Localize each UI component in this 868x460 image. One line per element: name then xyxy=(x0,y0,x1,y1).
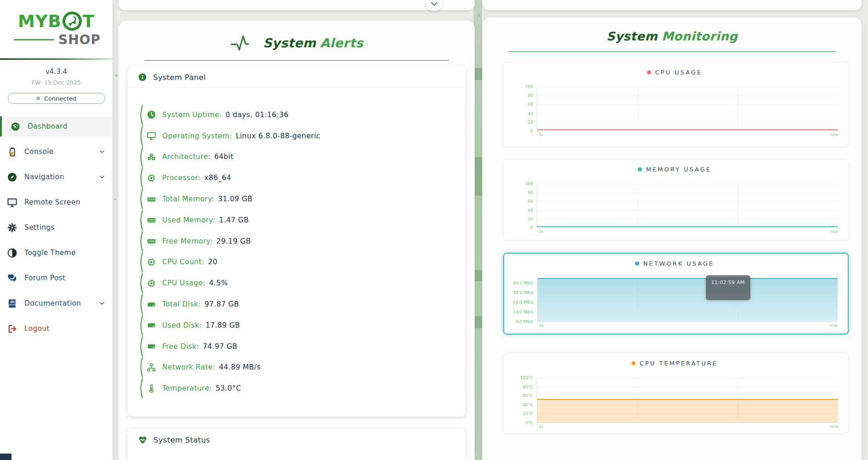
system-status-title: System Status xyxy=(153,436,210,444)
monitoring-column: SystemMonitoring CPU USAGE 100 80 60 40 … xyxy=(482,0,862,460)
sidebar-item-logout[interactable]: Logout xyxy=(0,318,113,339)
ram-icon xyxy=(147,215,156,225)
info-label: Network Rate: xyxy=(162,363,216,371)
sidebar-item-label: Toggle Theme xyxy=(24,249,76,257)
system-info-row: Used Memory: 1.47 GB xyxy=(138,210,465,231)
chart-area: 40.0 MB/s 30.0 MB/s 20.0 MB/s 10.0 MB/s … xyxy=(509,278,840,322)
sidebar-item-toggle-theme[interactable]: Toggle Theme xyxy=(0,243,113,263)
chevron-down-icon[interactable] xyxy=(99,300,105,307)
logout-icon xyxy=(7,324,17,334)
title-secondary: Alerts xyxy=(320,36,363,50)
sidebar-item-dashboard[interactable]: Dashboard xyxy=(0,116,113,136)
network-usage-series xyxy=(538,278,838,322)
sidebar-item-console[interactable]: Console xyxy=(0,142,113,162)
sidebar: MYB T SHOP v4.3.4 FW: 15 Dec 2025 Connec… xyxy=(0,0,113,460)
info-value: 1.47 GB xyxy=(219,216,249,224)
y-tick: 40.0 MB/s xyxy=(513,281,533,285)
system-info-row: Processor: x86_64 xyxy=(138,167,465,188)
y-axis: 100°C 80°C 60°C 40°C 20°C 0°C xyxy=(508,378,537,423)
sidebar-item-documentation[interactable]: Documentation xyxy=(0,293,113,313)
y-tick: 30.0 MB/s xyxy=(513,290,533,295)
monitor-icon xyxy=(7,197,17,208)
system-info-row: Operating System: Linux 6.8.0-88-generic xyxy=(138,125,465,147)
contrast-icon xyxy=(7,248,17,258)
sidebar-item-label: Forum Post xyxy=(24,274,66,282)
sidebar-item-label: Settings xyxy=(24,223,55,232)
y-tick: 0 xyxy=(530,129,533,133)
info-label: Operating System: xyxy=(162,132,232,140)
system-info-row: Temperature: 53.0°C xyxy=(138,378,465,399)
title-underline xyxy=(508,51,836,52)
chevron-down-icon[interactable] xyxy=(99,174,105,180)
map-texture xyxy=(474,68,482,80)
map-texture xyxy=(474,270,482,281)
y-tick: 80 xyxy=(528,190,533,195)
compass-icon xyxy=(7,172,17,182)
y-axis: 100 80 60 40 20 0 xyxy=(508,184,537,228)
system-status-header: System Status xyxy=(128,429,465,450)
y-tick: 60 xyxy=(528,199,533,204)
chart-area: 100°C 80°C 60°C 40°C 20°C 0°C -3s xyxy=(508,378,841,423)
info-label: Architecture: xyxy=(162,153,210,161)
y-tick: 0 xyxy=(530,226,533,230)
chart-network-usage[interactable]: NETWORK USAGE 40.0 MB/s 30.0 MB/s 20.0 M… xyxy=(503,253,849,335)
chart-area: 100 80 60 40 20 0 -3s now xyxy=(508,87,841,131)
system-info-list: System Uptime: 0 days, 01:16:36 Operatin… xyxy=(128,88,465,399)
logo-underline xyxy=(14,39,54,40)
app-version: v4.3.4 xyxy=(0,68,113,76)
y-tick: 10.0 MB/s xyxy=(513,310,533,314)
info-value: 53.0°C xyxy=(216,384,241,392)
ram-icon xyxy=(147,194,156,204)
collapsed-top-card xyxy=(119,0,475,10)
x-tick: -3s xyxy=(537,424,543,429)
collapse-toggle-button[interactable] xyxy=(425,0,443,11)
sidebar-item-remote-screen[interactable]: Remote Screen xyxy=(0,192,113,212)
title-primary: System xyxy=(263,36,316,50)
mybotshop-dashboard: MYB T SHOP v4.3.4 FW: 15 Dec 2025 Connec… xyxy=(0,0,868,460)
plot-region: -3s now xyxy=(537,378,838,423)
title-underline xyxy=(144,60,449,61)
info-value: 4.5% xyxy=(209,279,228,287)
info-label: CPU Usage: xyxy=(162,279,205,287)
disk-icon xyxy=(147,320,156,330)
system-panel-card: System Panel System Uptime: 0 days, 01:1… xyxy=(128,66,465,416)
info-value: Linux 6.8.0-88-generic xyxy=(236,132,320,140)
sidebar-item-settings[interactable]: Settings xyxy=(0,217,113,238)
chart-title: MEMORY USAGE xyxy=(646,166,711,173)
system-info-row: CPU Count: 20 xyxy=(138,252,465,273)
brand-logo[interactable]: MYB T SHOP xyxy=(0,0,113,47)
y-axis: 100 80 60 40 20 0 xyxy=(508,87,537,131)
info-value: 31.09 GB xyxy=(218,195,252,203)
book-icon xyxy=(7,298,17,309)
chart-legend: MEMORY USAGE xyxy=(508,166,841,173)
chart-title: NETWORK USAGE xyxy=(643,260,715,267)
system-status-card: System Status xyxy=(128,429,465,460)
system-info-row: Architecture: 64bit xyxy=(138,147,465,168)
chart-cpu-temperature[interactable]: CPU TEMPERATURE 100°C 80°C 60°C 40°C 20°… xyxy=(503,353,849,433)
system-info-row: System Uptime: 0 days, 01:16:36 xyxy=(138,104,465,125)
system-monitoring-title: SystemMonitoring xyxy=(482,17,862,43)
info-value: 97.87 GB xyxy=(204,300,239,308)
chevron-down-icon[interactable] xyxy=(99,148,105,155)
gauge-icon xyxy=(10,121,21,132)
chart-memory-usage[interactable]: MEMORY USAGE 100 80 60 40 20 0 xyxy=(503,159,849,240)
x-axis-labels: -3s now xyxy=(537,424,838,429)
chart-cpu-usage[interactable]: CPU USAGE 100 80 60 40 20 0 xyxy=(503,62,849,147)
system-monitoring-panel: SystemMonitoring CPU USAGE 100 80 60 40 … xyxy=(482,17,862,460)
bracket-decoration xyxy=(138,188,143,210)
system-panel-title: System Panel xyxy=(153,73,206,82)
sidebar-divider xyxy=(0,58,113,60)
info-value: 0 days, 01:16:36 xyxy=(226,111,289,119)
system-alerts-title: SystemAlerts xyxy=(119,21,475,53)
monitor-icon xyxy=(147,131,156,141)
sidebar-item-forum-post[interactable]: Forum Post xyxy=(0,268,113,288)
sidebar-item-navigation[interactable]: Navigation xyxy=(0,167,113,187)
x-tick: now xyxy=(830,229,838,234)
chat-icon xyxy=(7,273,17,284)
sidebar-item-label: Documentation xyxy=(24,299,81,307)
chart-legend: CPU USAGE xyxy=(508,69,841,76)
firmware-date: FW: 15 Dec 2025 xyxy=(0,79,113,86)
bracket-decoration xyxy=(138,167,143,188)
system-info-row: Total Disk: 97.87 GB xyxy=(138,294,465,315)
connection-status-pill[interactable]: Connected xyxy=(8,93,105,104)
